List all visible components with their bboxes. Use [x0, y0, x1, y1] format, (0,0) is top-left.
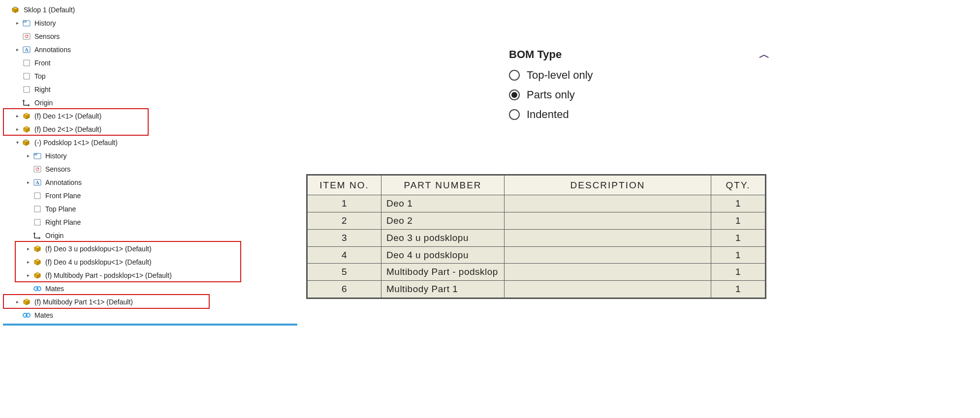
cell-desc[interactable] [505, 281, 711, 298]
cell-desc[interactable] [505, 229, 711, 246]
cell-pn[interactable]: Multibody Part - podsklop [381, 264, 505, 281]
tree-item[interactable]: ·Mates [11, 308, 299, 322]
sensor-icon [22, 31, 32, 41]
plane-icon [32, 204, 42, 214]
radio-top-level[interactable]: Top-level only [509, 69, 770, 82]
expand-icon: · [14, 60, 21, 65]
tree-item[interactable]: ·Sensors [22, 162, 299, 176]
expand-icon: · [25, 219, 32, 225]
tree-root[interactable]: ·Sklop 1 (Default) [0, 3, 299, 16]
expand-icon: · [25, 286, 32, 291]
radio-icon [509, 90, 520, 100]
cell-qty[interactable]: 1 [711, 229, 765, 246]
tree-label: Right [33, 86, 51, 93]
tree-item[interactable]: ▸History [11, 16, 299, 30]
cell-pn[interactable]: Deo 4 u podsklopu [381, 246, 505, 264]
cell-item[interactable]: 3 [308, 229, 381, 246]
plane-icon [22, 85, 32, 94]
expand-icon[interactable]: ▸ [14, 47, 21, 52]
radio-parts-only[interactable]: Parts only [509, 89, 770, 101]
table-row[interactable]: 6Multibody Part 11 [308, 281, 765, 298]
tree-item[interactable]: ▸(f) Multibody Part 1<1> (Default) [11, 295, 299, 308]
cell-qty[interactable]: 1 [711, 246, 765, 264]
part-icon [22, 297, 32, 307]
cell-item[interactable]: 4 [308, 246, 381, 264]
table-row[interactable]: 1Deo 11 [308, 195, 765, 212]
expand-icon[interactable]: ▸ [25, 179, 32, 185]
tree-item[interactable]: ▸Annotations [22, 176, 299, 189]
tree-item[interactable]: ▸(f) Deo 2<1> (Default) [11, 122, 299, 136]
col-header-pn[interactable]: PART NUMBER [381, 176, 505, 195]
tree-item[interactable]: ▸(f) Deo 4 u podsklopu<1> (Default) [22, 255, 299, 269]
tree-item[interactable]: ·Origin [11, 96, 299, 109]
cell-item[interactable]: 6 [308, 281, 381, 298]
origin-icon [32, 231, 42, 240]
cell-pn[interactable]: Deo 3 u podsklopu [381, 229, 505, 246]
cell-qty[interactable]: 1 [711, 195, 765, 212]
radio-indented[interactable]: Indented [509, 108, 770, 121]
tree-label: Top [33, 72, 46, 80]
assembly-icon [11, 5, 21, 15]
cell-qty[interactable]: 1 [711, 212, 765, 229]
tree-item[interactable]: ·Front Plane [22, 189, 299, 202]
tree-item[interactable]: ·Right Plane [22, 215, 299, 229]
tree-item[interactable]: ▸(f) Deo 3 u podsklopu<1> (Default) [22, 242, 299, 255]
tree-item[interactable]: ▸(f) Multibody Part - podsklop<1> (Defau… [22, 269, 299, 282]
expand-icon: · [25, 193, 32, 198]
feature-tree-panel: ·Sklop 1 (Default)▸History·Sensors▸Annot… [0, 0, 302, 418]
expand-icon[interactable]: ▸ [14, 299, 21, 304]
cell-desc[interactable] [505, 212, 711, 229]
cell-desc[interactable] [505, 264, 711, 281]
expand-icon[interactable]: ▸ [25, 259, 32, 265]
cell-pn[interactable]: Multibody Part 1 [381, 281, 505, 298]
cell-desc[interactable] [505, 246, 711, 264]
tree-label: Sensors [44, 165, 70, 173]
expand-icon[interactable]: ▸ [14, 20, 21, 26]
expand-icon[interactable]: ▸ [25, 153, 32, 158]
cell-pn[interactable]: Deo 2 [381, 212, 505, 229]
tree-item[interactable]: ▸History [22, 149, 299, 162]
table-row[interactable]: 3Deo 3 u podsklopu1 [308, 229, 765, 246]
tree-label: Origin [44, 232, 63, 239]
col-header-item[interactable]: ITEM NO. [308, 176, 381, 195]
cell-pn[interactable]: Deo 1 [381, 195, 505, 212]
tree-label: Mates [33, 311, 53, 319]
tree-item[interactable]: ·Right [11, 83, 299, 96]
table-row[interactable]: 2Deo 21 [308, 212, 765, 229]
cell-item[interactable]: 5 [308, 264, 381, 281]
tree-label: (-) Podsklop 1<1> (Default) [33, 139, 118, 147]
tree-item[interactable]: ·Mates [22, 282, 299, 295]
tree-item[interactable]: ·Top Plane [22, 202, 299, 215]
expand-icon[interactable]: ▸ [25, 246, 32, 251]
tree-label: Sklop 1 (Default) [23, 6, 75, 14]
mates-icon [22, 310, 32, 320]
tree-item[interactable]: ▸Annotations [11, 43, 299, 56]
expand-icon[interactable]: ▸ [25, 272, 32, 278]
expand-icon[interactable]: ▾ [14, 140, 21, 145]
cell-item[interactable]: 1 [308, 195, 381, 212]
tree-item[interactable]: ▸(f) Deo 1<1> (Default) [11, 109, 299, 122]
col-header-qty[interactable]: QTY. [711, 176, 765, 195]
tree-item[interactable]: ·Front [11, 56, 299, 69]
expand-icon[interactable]: ▸ [14, 113, 21, 119]
bom-type-panel: BOM Type ︿ Top-level only Parts only Ind… [509, 47, 770, 128]
table-row[interactable]: 4Deo 4 u podsklopu1 [308, 246, 765, 264]
table-row[interactable]: 5Multibody Part - podsklop1 [308, 264, 765, 281]
cell-desc[interactable] [505, 195, 711, 212]
folder-icon [22, 18, 32, 28]
part-icon [22, 111, 32, 121]
part-icon [32, 270, 42, 280]
tree-item[interactable]: ·Origin [22, 229, 299, 242]
col-header-desc[interactable]: DESCRIPTION [505, 176, 711, 195]
tree-item[interactable]: ·Sensors [11, 30, 299, 43]
bom-type-title: BOM Type [509, 48, 562, 61]
cell-item[interactable]: 2 [308, 212, 381, 229]
collapse-icon[interactable]: ︿ [759, 47, 770, 62]
expand-icon[interactable]: ▸ [14, 126, 21, 132]
cell-qty[interactable]: 1 [711, 264, 765, 281]
tree-item[interactable]: ▾(-) Podsklop 1<1> (Default) [11, 136, 299, 149]
cell-qty[interactable]: 1 [711, 281, 765, 298]
tree-label: Right Plane [44, 218, 81, 226]
bom-table: ITEM NO. PART NUMBER DESCRIPTION QTY. 1D… [306, 174, 766, 299]
tree-item[interactable]: ·Top [11, 69, 299, 83]
